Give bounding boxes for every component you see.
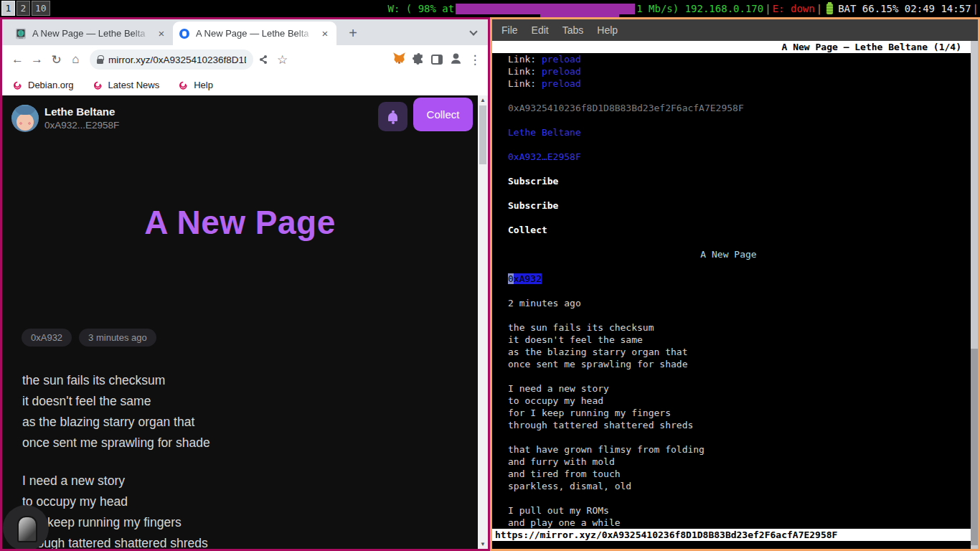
terminal-link[interactable]: preload [542,66,581,77]
bookmark-help[interactable]: Help [178,80,213,90]
menu-dots-icon[interactable]: ⋮ [469,50,481,70]
poem-line: the sun fails its checksum [22,370,210,391]
terminal-text: once sent me sprawling for shade [508,359,687,369]
bookmark-debian-org[interactable]: Debian.org [12,80,74,90]
side-panel-icon[interactable] [431,55,443,65]
terminal-text: I need a new story [508,383,609,394]
scrollbar-thumb[interactable] [479,105,486,164]
terminal-link[interactable]: 0xA932…E2958F [508,151,581,162]
share-icon[interactable] [253,50,273,70]
terminal-line [508,236,978,248]
address-bar[interactable]: mirror.xyz/0xA9325410236f8D1D8... [90,50,253,70]
terminal-line: I need a new story [508,382,978,395]
terminal-text [508,310,514,321]
tab-2-active[interactable]: A New Page — Lethe Belta × [173,22,336,45]
terminal-text: and tired from touch [508,468,621,479]
tab-close-icon[interactable]: × [156,27,167,39]
terminal-text [508,432,514,443]
collect-button[interactable]: Collect [413,98,473,131]
browser-window: A New Page — Lethe Belta × A New Page — … [0,17,490,551]
poem-line: as the blazing starry organ that [22,412,210,433]
terminal-scrollbar[interactable] [971,41,978,549]
terminal-line: it doesn't feel the same [508,334,978,346]
workspace-10[interactable]: 10 [32,1,50,16]
terminal-line: Subscribe [508,175,978,187]
terminal-text: to occupy my head [508,395,603,406]
page-scrollbar[interactable]: ▲ ▼ [478,95,488,549]
metamask-icon[interactable] [392,52,406,68]
terminal-menu-file[interactable]: File [501,24,518,36]
terminal-line [508,431,978,443]
author-address[interactable]: 0xA932...E2958F [44,120,119,131]
terminal-menubar: FileEditTabsHelp [492,19,978,41]
terminal-text: sparkless, dismal, old [508,481,631,491]
forward-button[interactable]: → [27,50,47,70]
poem-stanza: the sun fails its checksumit doesn't fee… [22,370,210,453]
terminal-text [508,115,514,126]
terminal-line: and furry with mold [508,456,978,468]
extensions-puzzle-icon[interactable] [413,52,425,67]
terminal-text [508,286,514,296]
terminal-line: 0xA932…E2958F [508,151,978,163]
poem-line: once sent me sprawling for shade [22,433,210,453]
profile-avatar-icon[interactable] [449,52,463,68]
terminal-line [508,492,978,504]
poem-stanza: I need a new storyto occupy my headfor I… [22,471,210,549]
address-badge[interactable]: 0xA932 [22,329,72,347]
terminal-scrollbar-thumb[interactable] [971,349,978,545]
terminal-text [508,493,514,504]
terminal-line: sparkless, dismal, old [508,480,978,492]
terminal-text [508,237,514,248]
author-name[interactable]: Lethe Beltane [44,105,115,118]
terminal-line: Link: preload [508,65,978,77]
tab-title: A New Page — Lethe Belta [196,28,314,39]
terminal-text: that have grown flimsy from folding [508,444,705,455]
w3m-tabline: A New Page — Lethe Beltane (1/4) [492,41,971,53]
url-text[interactable]: mirror.xyz/0xA9325410236f8D1D8... [108,55,246,65]
tab-1[interactable]: A New Page — Lethe Belta × [9,22,173,45]
terminal-menu-tabs[interactable]: Tabs [562,24,584,36]
scroll-up-arrow[interactable]: ▲ [478,97,488,103]
terminal-link[interactable]: preload [542,54,581,65]
author-avatar[interactable] [11,105,39,132]
bookmark-star-icon[interactable]: ☆ [273,50,292,70]
terminal-line [508,309,978,321]
reload-button[interactable]: ↻ [47,50,66,70]
bookmark-latest-news[interactable]: Latest News [93,80,160,90]
terminal-menu-help[interactable]: Help [597,24,618,36]
workspace-list: 1210 [1,1,50,16]
separator: | [763,3,772,14]
poem-line: to occupy my head [22,491,210,512]
terminal-text: 2 minutes ago [508,298,581,309]
w3m-status-url: https://mirror.xyz/0xA9325410236f8D1D8B8… [492,529,971,541]
workspace-1[interactable]: 1 [1,1,15,16]
back-button[interactable]: ← [8,50,27,70]
debian-swirl-icon [93,80,103,90]
terminal-line: I pull out my ROMs [508,504,978,517]
terminal-link[interactable]: 0 [508,273,514,284]
notification-bell-button[interactable] [378,102,407,131]
scroll-down-arrow[interactable]: ▼ [478,541,488,547]
debian-swirl-icon [12,80,23,90]
home-button[interactable]: ⌂ [66,50,85,70]
battery-clock-text: BAT 66.15% 02:49 14:57 [838,3,971,14]
terminal-line: 0xA9325410236f8D1D8B83Bd23ef2F6acfA7E295… [508,102,978,114]
timestamp-badge: 3 minutes ago [79,329,156,347]
lock-icon[interactable] [97,59,103,64]
tab-search-chevron-icon[interactable] [469,27,477,35]
terminal-line: as the blazing starry organ that [508,346,978,358]
workspace-2[interactable]: 2 [17,1,30,16]
bookmark-label: Debian.org [28,80,74,90]
terminal-line [508,370,978,382]
bookmark-label: Help [194,80,213,90]
tab-close-icon[interactable]: × [319,27,331,39]
terminal-link[interactable]: xA932 [514,273,542,284]
new-tab-button[interactable]: + [344,24,362,42]
terminal-screen[interactable]: A New Page — Lethe Beltane (1/4) Link: p… [492,41,978,549]
terminal-link[interactable]: Lethe Beltane [508,127,581,138]
terminal-link[interactable]: preload [542,78,581,89]
terminal-line [508,285,978,297]
terminal-menu-edit[interactable]: Edit [532,24,549,36]
terminal-line: and tired from touch [508,468,978,480]
terminal-text: Subscribe [508,200,558,211]
